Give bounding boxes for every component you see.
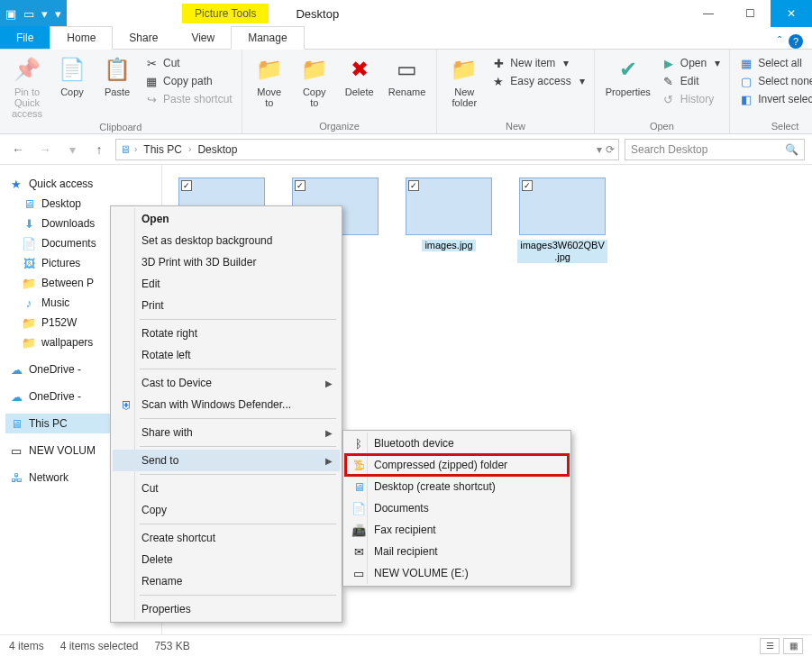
sendto-new-volume[interactable]: ▭NEW VOLUME (E:) (345, 562, 569, 584)
up-button[interactable]: ↑ (88, 139, 110, 160)
group-label-select: Select (735, 120, 812, 132)
breadcrumb[interactable]: 🖥 › This PC › Desktop ▾ ⟳ (115, 139, 619, 160)
new-item-button[interactable]: ✚New item▾ (488, 55, 588, 71)
ctx-copy[interactable]: Copy (113, 499, 340, 521)
qat-newfolder-icon[interactable]: ▾ (41, 7, 48, 21)
window-controls: — ☐ ✕ (688, 0, 812, 27)
documents-icon: 📄 (351, 500, 367, 516)
tab-view[interactable]: View (175, 27, 232, 49)
menu-separator (140, 595, 336, 596)
history-button[interactable]: ↺History (658, 91, 724, 107)
maximize-button[interactable]: ☐ (729, 0, 771, 27)
submenu-arrow-icon: ▶ (325, 428, 333, 438)
ctx-cast[interactable]: Cast to Device▶ (113, 372, 340, 394)
tab-file[interactable]: File (0, 26, 50, 49)
group-label-organize: Organize (248, 120, 432, 132)
window-title: Desktop (296, 7, 339, 21)
breadcrumb-sep[interactable]: › (188, 144, 191, 154)
edit-button[interactable]: ✎Edit (658, 73, 724, 89)
search-placeholder: Search Desktop (631, 143, 707, 156)
paste-button[interactable]: 📋Paste (96, 53, 139, 99)
checkbox-icon[interactable]: ✓ (295, 180, 306, 191)
checkbox-icon[interactable]: ✓ (522, 180, 533, 191)
ctx-rename[interactable]: Rename (113, 570, 340, 592)
tree-quick-access[interactable]: ★Quick access (5, 174, 156, 194)
copy-button[interactable]: 📄Copy (50, 53, 94, 99)
menu-separator (140, 319, 336, 320)
qat-properties-icon[interactable]: ▭ (23, 7, 34, 21)
copy-to-button[interactable]: 📁Copy to (293, 53, 336, 110)
submenu-arrow-icon: ▶ (325, 456, 333, 466)
invert-selection-button[interactable]: ◧Invert selection (735, 91, 812, 107)
ctx-defender[interactable]: ⛨Scan with Windows Defender... (113, 394, 340, 415)
ctx-set-background[interactable]: Set as desktop background (113, 230, 340, 251)
move-to-button[interactable]: 📁Move to (248, 53, 291, 110)
rename-button[interactable]: ▭Rename (383, 53, 432, 99)
ctx-rotate-right[interactable]: Rotate right (113, 323, 340, 344)
search-icon: 🔍 (785, 143, 798, 156)
invert-icon: ◧ (739, 92, 753, 106)
minimize-button[interactable]: — (688, 0, 729, 27)
close-button[interactable]: ✕ (771, 0, 812, 27)
back-button[interactable]: ← (7, 139, 29, 160)
new-folder-button[interactable]: 📁New folder (442, 53, 486, 110)
qat-customize-icon[interactable]: ▾ (55, 7, 61, 21)
breadcrumb-thispc[interactable]: This PC (141, 143, 185, 156)
select-all-button[interactable]: ▦Select all (735, 55, 812, 71)
address-dropdown-icon[interactable]: ▾ (597, 143, 602, 156)
easy-access-button[interactable]: ★Easy access▾ (488, 73, 588, 89)
copy-path-button[interactable]: ▦Copy path (141, 73, 236, 89)
ctx-share-with[interactable]: Share with▶ (113, 422, 340, 443)
view-details-button[interactable]: ☰ (760, 638, 780, 654)
ribbon-group-select: ▦Select all ▢Select none ◧Invert selecti… (730, 50, 812, 133)
sendto-documents[interactable]: 📄Documents (345, 497, 569, 519)
delete-button[interactable]: ✖Delete (338, 53, 381, 99)
ctx-create-shortcut[interactable]: Create shortcut (113, 527, 340, 549)
new-item-icon: ✚ (491, 56, 506, 70)
file-item-3[interactable]: ✓ images.jpg (404, 178, 494, 263)
breadcrumb-sep[interactable]: › (134, 144, 137, 154)
sendto-fax[interactable]: 📠Fax recipient (345, 519, 569, 541)
sendto-mail[interactable]: ✉Mail recipient (345, 541, 569, 562)
pin-button[interactable]: 📌Pin to Quick access (5, 53, 49, 121)
forward-button[interactable]: → (34, 139, 56, 160)
recent-dropdown[interactable]: ▾ (61, 139, 83, 160)
breadcrumb-desktop[interactable]: Desktop (195, 143, 240, 156)
ribbon-collapse-icon[interactable]: ˆ (778, 35, 781, 48)
copy-path-icon: ▦ (144, 74, 159, 88)
ctx-send-to[interactable]: Send to▶ (113, 450, 340, 471)
ctx-3d-print[interactable]: 3D Print with 3D Builder (113, 251, 340, 273)
delete-icon: ✖ (345, 55, 374, 84)
send-to-submenu: ᛒBluetooth device 🗜Compressed (zipped) f… (342, 430, 571, 587)
ctx-properties[interactable]: Properties (113, 598, 340, 620)
history-icon: ↺ (661, 92, 676, 106)
properties-icon: ✔ (614, 55, 643, 84)
ctx-delete[interactable]: Delete (113, 549, 340, 570)
ctx-edit[interactable]: Edit (113, 273, 340, 295)
documents-icon: 📄 (22, 236, 36, 251)
sendto-compressed-folder[interactable]: 🗜Compressed (zipped) folder (345, 454, 569, 476)
help-icon[interactable]: ? (789, 34, 803, 49)
open-button[interactable]: ▶Open▾ (658, 55, 724, 71)
search-input[interactable]: Search Desktop 🔍 (625, 139, 805, 160)
ctx-print[interactable]: Print (113, 295, 340, 316)
file-item-4[interactable]: ✓ images3W602QBV.jpg (517, 178, 607, 263)
ctx-open[interactable]: Open (113, 208, 340, 230)
cut-button[interactable]: ✂Cut (141, 55, 236, 71)
sendto-bluetooth[interactable]: ᛒBluetooth device (345, 433, 569, 454)
sendto-desktop[interactable]: 🖥Desktop (create shortcut) (345, 476, 569, 497)
group-label-clipboard: Clipboard (5, 121, 236, 132)
ctx-cut[interactable]: Cut (113, 478, 340, 499)
tab-manage[interactable]: Manage (231, 26, 304, 50)
ctx-rotate-left[interactable]: Rotate left (113, 344, 340, 366)
checkbox-icon[interactable]: ✓ (408, 180, 419, 191)
titlebar: ▣ ▭ ▾ ▾ Picture Tools Desktop — ☐ ✕ (0, 0, 812, 27)
paste-shortcut-button[interactable]: ↪Paste shortcut (141, 91, 236, 107)
view-thumbnails-button[interactable]: ▦ (783, 638, 803, 654)
tab-home[interactable]: Home (50, 26, 113, 50)
checkbox-icon[interactable]: ✓ (181, 180, 192, 191)
refresh-icon[interactable]: ⟳ (606, 143, 615, 156)
properties-button[interactable]: ✔Properties (600, 53, 656, 99)
tab-share[interactable]: Share (113, 27, 175, 49)
select-none-button[interactable]: ▢Select none (735, 73, 812, 89)
